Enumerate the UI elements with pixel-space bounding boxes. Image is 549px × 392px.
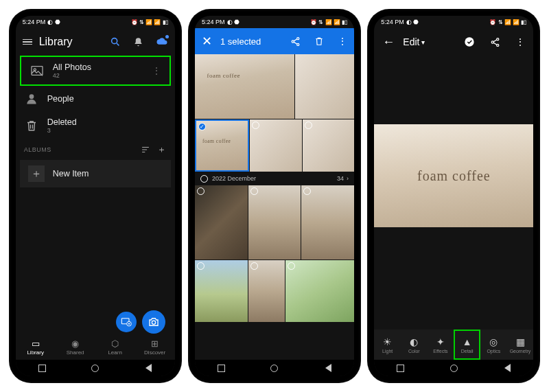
plus-icon: ＋	[28, 165, 45, 182]
add-icon[interactable]: ＋	[157, 143, 167, 156]
svg-point-10	[465, 37, 474, 46]
tab-shared[interactable]: ◉Shared	[56, 334, 95, 360]
soft-keys	[374, 360, 533, 376]
photo-thumb[interactable]	[195, 260, 248, 322]
confirm-icon[interactable]	[464, 36, 475, 47]
all-photos-count: 42	[53, 72, 143, 79]
select-circle[interactable]	[250, 187, 258, 195]
recents-key[interactable]	[397, 365, 404, 372]
recents-key[interactable]	[218, 365, 225, 372]
all-photos-row[interactable]: All Photos 42 ⋮	[20, 56, 171, 86]
overflow-icon[interactable]: ⋮	[515, 36, 525, 47]
status-bar: 5:24 PM ◐ ⬣ ⏰ ⇅ 📶 📶 ▮▯	[16, 16, 175, 28]
select-circle[interactable]	[303, 187, 311, 195]
overflow-icon[interactable]: ⋮	[338, 36, 347, 47]
select-all-circle[interactable]	[200, 175, 208, 183]
albums-header-label: ALBUMS	[24, 146, 51, 153]
svg-point-6	[152, 321, 155, 324]
import-fab[interactable]	[116, 312, 137, 332]
selection-count: 1 selected	[220, 36, 277, 47]
select-circle[interactable]	[197, 262, 205, 270]
status-time: 5:24 PM	[381, 19, 404, 25]
phone-edit: 5:24 PM ◐ ⬣ ⏰ ⇅ 📶 📶 ▮▯ ← Edit▾ ⋮ foam co…	[367, 9, 540, 383]
people-icon	[24, 91, 39, 106]
selected-check-icon: ✓	[198, 123, 206, 130]
recents-key[interactable]	[38, 365, 46, 372]
back-key[interactable]	[503, 364, 511, 372]
tab-optics[interactable]: ◎Optics	[480, 330, 507, 360]
status-icons: ⏰ ⇅ 📶 📶 ▮▯	[310, 19, 347, 25]
select-circle[interactable]	[288, 262, 295, 270]
new-item-row[interactable]: ＋ New Item	[20, 160, 171, 187]
edit-title[interactable]: Edit▾	[403, 36, 449, 47]
tab-discover[interactable]: ⊞Discover	[135, 334, 175, 360]
edit-image[interactable]: foam coffee	[374, 124, 533, 227]
photo-sign-text: foam coffee	[207, 72, 240, 79]
bell-icon[interactable]	[132, 36, 145, 48]
share-icon[interactable]	[290, 36, 301, 47]
select-circle[interactable]	[252, 122, 259, 129]
more-icon[interactable]: ⋮	[152, 65, 161, 76]
svg-point-3	[29, 94, 34, 99]
menu-icon[interactable]	[23, 39, 32, 45]
back-icon[interactable]: ←	[382, 35, 395, 49]
photo-thumb-selected[interactable]: ✓ foam coffee	[195, 119, 249, 172]
delete-icon[interactable]	[314, 36, 324, 47]
home-key[interactable]	[91, 365, 99, 372]
photos-icon	[30, 63, 45, 78]
photo-grid: foam coffee ✓ foam coffee 2022 December …	[195, 54, 354, 376]
home-key[interactable]	[270, 365, 278, 372]
image-sign-text: foam coffee	[417, 168, 491, 184]
deleted-count: 3	[47, 127, 167, 134]
date-label: 2022 December	[212, 175, 256, 182]
search-icon[interactable]	[109, 36, 121, 48]
select-circle[interactable]	[250, 262, 258, 270]
close-icon[interactable]: ✕	[202, 34, 212, 49]
date-count: 34	[337, 175, 344, 182]
tab-library[interactable]: ▭Library	[16, 334, 56, 360]
bottom-nav: ▭Library ◉Shared ⬡Learn ⊞Discover	[16, 334, 175, 360]
photo-thumb[interactable]	[250, 119, 301, 172]
photo-thumb[interactable]: foam coffee	[195, 54, 294, 119]
back-key[interactable]	[324, 364, 331, 372]
status-bar: 5:24 PM ◐ ⬣ ⏰ ⇅ 📶 📶 ▮▯	[195, 16, 354, 28]
new-item-label: New Item	[53, 169, 163, 178]
status-time: 5:24 PM	[23, 19, 46, 25]
home-key[interactable]	[450, 365, 458, 372]
date-header[interactable]: 2022 December 34 ›	[195, 172, 354, 185]
photo-thumb[interactable]	[285, 260, 354, 322]
library-header: Library	[16, 28, 175, 56]
tab-light[interactable]: ☀Light	[374, 330, 401, 360]
status-time: 5:24 PM	[202, 19, 225, 25]
svg-point-0	[111, 38, 117, 44]
tab-color[interactable]: ◐Color	[401, 330, 428, 360]
cloud-sync-icon[interactable]	[156, 36, 168, 48]
photo-thumb[interactable]	[303, 119, 354, 172]
select-circle[interactable]	[305, 122, 312, 129]
deleted-row[interactable]: Deleted 3	[16, 112, 175, 139]
tab-geometry[interactable]: ▦Geometry	[507, 330, 534, 360]
phone-selection: 5:24 PM ◐ ⬣ ⏰ ⇅ 📶 📶 ▮▯ ✕ 1 selected ⋮ fo…	[188, 9, 361, 383]
photo-thumb[interactable]	[301, 185, 354, 260]
status-icons: ⏰ ⇅ 📶 📶 ▮▯	[489, 19, 526, 25]
soft-keys	[16, 360, 175, 376]
back-key[interactable]	[144, 364, 152, 372]
photo-thumb[interactable]	[248, 185, 301, 260]
page-title: Library	[39, 36, 98, 48]
photo-thumb[interactable]	[195, 185, 248, 260]
photo-thumb[interactable]	[295, 54, 354, 119]
chevron-right-icon: ›	[347, 175, 349, 182]
photo-thumb[interactable]	[248, 260, 285, 322]
share-icon[interactable]	[490, 37, 500, 47]
tab-detail[interactable]: ▲Detail	[454, 330, 480, 360]
sort-icon[interactable]	[141, 146, 150, 154]
select-circle[interactable]	[197, 187, 205, 195]
albums-header: ALBUMS ＋	[16, 139, 175, 160]
camera-fab[interactable]	[142, 310, 165, 334]
status-icons: ⏰ ⇅ 📶 📶 ▮▯	[131, 19, 168, 25]
people-row[interactable]: People	[16, 86, 175, 112]
photo-sign-text: foam coffee	[202, 138, 231, 144]
soft-keys	[195, 360, 354, 376]
tab-effects[interactable]: ✦Effects	[428, 330, 454, 360]
tab-learn[interactable]: ⬡Learn	[95, 334, 135, 360]
